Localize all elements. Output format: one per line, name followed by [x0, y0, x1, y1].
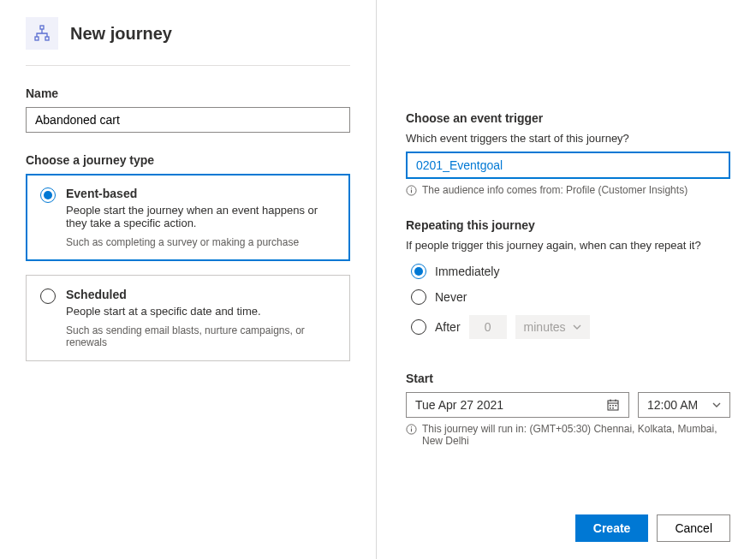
repeat-option-label: Immediately [435, 265, 499, 278]
svg-rect-11 [612, 405, 614, 407]
svg-rect-4 [411, 190, 412, 193]
journey-type-section: Choose a journey type Event-based People… [26, 153, 350, 361]
timezone-info-line: This journey will run in: (GMT+05:30) Ch… [406, 423, 730, 447]
right-pane: Choose an event trigger Which event trig… [377, 0, 756, 559]
repeat-option-immediately[interactable]: Immediately [411, 264, 730, 279]
repeat-option-after[interactable]: After minutes [411, 315, 730, 339]
dialog-footer: Create Cancel [406, 503, 730, 542]
svg-rect-2 [45, 37, 49, 40]
svg-rect-1 [35, 37, 39, 40]
repeat-option-never[interactable]: Never [411, 289, 730, 305]
start-section: Start Tue Apr 27 2021 12:00 AM [406, 372, 730, 447]
repeat-heading: Repeating this journey [406, 218, 730, 232]
info-icon [406, 424, 417, 435]
cancel-button[interactable]: Cancel [657, 514, 730, 542]
journey-type-hint: Such as sending email blasts, nurture ca… [66, 324, 336, 348]
journey-icon [26, 17, 58, 50]
svg-rect-12 [616, 405, 617, 407]
journey-type-desc: People start the journey when an event h… [66, 204, 336, 229]
chevron-down-icon [712, 401, 721, 409]
journey-type-label: Choose a journey type [26, 153, 350, 167]
svg-rect-16 [411, 429, 412, 432]
svg-rect-13 [610, 407, 611, 409]
journey-type-event-based[interactable]: Event-based People start the journey whe… [26, 174, 350, 261]
name-input[interactable] [26, 107, 350, 133]
svg-rect-14 [612, 407, 614, 409]
timezone-info-text: This journey will run in: (GMT+05:30) Ch… [422, 423, 730, 447]
trigger-info-text: The audience info comes from: Profile (C… [422, 184, 688, 196]
start-time-value: 12:00 AM [647, 398, 698, 412]
journey-type-title: Scheduled [66, 288, 336, 301]
page-header: New journey [26, 17, 350, 66]
repeat-sublabel: If people trigger this journey again, wh… [406, 239, 730, 252]
journey-type-title: Event-based [66, 187, 336, 200]
name-section: Name [26, 86, 350, 133]
svg-rect-5 [411, 187, 412, 188]
journey-type-options: Event-based People start the journey whe… [26, 174, 350, 361]
radio-icon [411, 264, 426, 279]
start-date-picker[interactable]: Tue Apr 27 2021 [406, 392, 629, 418]
trigger-info-line: The audience info comes from: Profile (C… [406, 184, 730, 196]
start-time-picker[interactable]: 12:00 AM [638, 392, 730, 418]
radio-icon [411, 289, 426, 305]
event-trigger-section: Choose an event trigger Which event trig… [406, 111, 730, 196]
spacer [406, 17, 730, 111]
svg-rect-0 [40, 26, 44, 29]
radio-icon [40, 288, 56, 304]
repeat-section: Repeating this journey If people trigger… [406, 218, 730, 349]
spacer [406, 447, 730, 503]
name-label: Name [26, 86, 350, 100]
calendar-icon [606, 398, 620, 412]
trigger-input[interactable] [406, 152, 730, 179]
info-icon [406, 185, 417, 196]
trigger-sublabel: Which event triggers the start of this j… [406, 132, 730, 145]
repeat-option-label: After [435, 320, 461, 334]
create-button[interactable]: Create [575, 514, 649, 542]
start-date-value: Tue Apr 27 2021 [415, 398, 503, 412]
chevron-down-icon [573, 323, 581, 331]
journey-type-content: Scheduled People start at a specific dat… [66, 288, 336, 348]
left-pane: New journey Name Choose a journey type E… [0, 0, 377, 559]
journey-type-hint: Such as completing a survey or making a … [66, 236, 336, 248]
start-heading: Start [406, 372, 730, 385]
repeat-options: Immediately Never After minutes [406, 264, 730, 339]
svg-rect-10 [610, 405, 611, 407]
journey-type-scheduled[interactable]: Scheduled People start at a specific dat… [26, 275, 350, 361]
after-unit-select: minutes [515, 315, 590, 339]
repeat-option-label: Never [435, 290, 467, 304]
journey-type-desc: People start at a specific date and time… [66, 305, 336, 318]
after-value-input [469, 315, 507, 339]
radio-icon [411, 319, 426, 335]
start-row: Tue Apr 27 2021 12:00 AM [406, 392, 730, 418]
page-title: New journey [70, 24, 172, 44]
trigger-heading: Choose an event trigger [406, 111, 730, 125]
after-unit-label: minutes [524, 320, 566, 334]
radio-icon [40, 187, 56, 203]
svg-rect-17 [411, 426, 412, 427]
journey-type-content: Event-based People start the journey whe… [66, 187, 336, 248]
